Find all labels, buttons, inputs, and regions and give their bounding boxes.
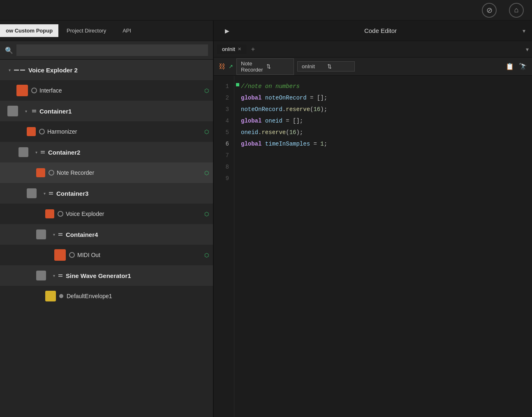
- search-input[interactable]: [16, 44, 208, 56]
- bookmark-icon[interactable]: 📋: [506, 63, 514, 70]
- tree-label: Container1: [39, 108, 209, 115]
- code-editor-title: Code Editor: [238, 27, 523, 34]
- tree-label: Container2: [48, 149, 209, 156]
- tree-item-note-recorder[interactable]: Note Recorder ⬡: [0, 162, 213, 183]
- top-bar: ⊘ ⌂: [0, 0, 532, 21]
- tree-label: Harmonizer: [47, 128, 203, 135]
- tree-label: Container3: [56, 190, 209, 197]
- play-button[interactable]: ▶: [220, 24, 234, 37]
- interface-color-box: [16, 85, 28, 96]
- external-link-icon[interactable]: ⬡: [204, 170, 209, 176]
- left-panel: ow Custom Popup Project Directory API 🔍 …: [0, 21, 214, 417]
- tree-label: Voice Exploder 2: [28, 67, 209, 74]
- circle-slash-icon[interactable]: ⊘: [482, 3, 497, 18]
- module-circle-icon: [69, 252, 75, 258]
- collapse-btn[interactable]: ▾: [40, 189, 49, 198]
- tree-item-container2[interactable]: ▾ Container2: [0, 142, 213, 162]
- line-number-7: 7: [226, 150, 229, 161]
- code-area: 1 2 3 4 5 6 7 8 9 //note on numbers glob…: [214, 76, 532, 417]
- link-icon: ⛓: [219, 63, 225, 70]
- module-circle-icon: [39, 129, 45, 134]
- collapse-btn[interactable]: ▾: [32, 148, 41, 157]
- tree-label: Sine Wave Generator1: [66, 272, 209, 279]
- tree-item-voice-exploder-2[interactable]: ▾ Voice Exploder 2: [0, 60, 213, 80]
- tree-label: Container4: [66, 231, 209, 238]
- module-selector-label: Note Recorder: [241, 60, 264, 73]
- code-line-3: noteOnRecord.reserve(16);: [241, 104, 525, 115]
- binoculars-icon[interactable]: 🔭: [519, 63, 527, 70]
- tab-onInit[interactable]: onInit ✕: [217, 44, 246, 54]
- code-line-9: [241, 173, 525, 184]
- event-selector-label: onInit: [302, 63, 325, 70]
- external-link-icon[interactable]: ⬡: [204, 129, 209, 135]
- line-number-2: 2: [226, 92, 229, 104]
- tree-item-container1[interactable]: ▾ Container1: [0, 101, 213, 121]
- external-link-icon[interactable]: ⬡: [204, 252, 209, 258]
- search-bar: 🔍: [0, 41, 213, 60]
- collapse-btn[interactable]: ▾: [49, 271, 58, 280]
- code-toolbar: ⛓ ↗ Note Recorder ⇅ onInit ⇅ 📋 🔭: [214, 58, 532, 76]
- project-directory-tab[interactable]: Project Directory: [58, 21, 114, 41]
- tree-label: Interface: [39, 87, 203, 94]
- line-numbers: 1 2 3 4 5 6 7 8 9: [214, 76, 234, 417]
- tabs-bar: onInit ✕ + ▾: [214, 41, 532, 58]
- tree-item-harmonizer[interactable]: Harmonizer ⬡: [0, 121, 213, 142]
- tree-item-voice-exploder[interactable]: Voice Exploder ⬡: [0, 204, 213, 224]
- custom-popup-tab[interactable]: ow Custom Popup: [0, 24, 58, 37]
- code-content[interactable]: //note on numbers global noteOnRecord = …: [234, 76, 532, 417]
- tree-label: Note Recorder: [57, 169, 203, 176]
- tree-label: Voice Exploder: [66, 211, 203, 217]
- home-icon[interactable]: ⌂: [509, 3, 524, 18]
- collapse-btn[interactable]: ▾: [21, 107, 30, 116]
- external-link-icon[interactable]: ↗: [229, 63, 233, 70]
- tree-item-default-envelope[interactable]: DefaultEnvelope1: [0, 286, 213, 306]
- container2-color-box: [19, 147, 28, 157]
- code-line-2: global noteOnRecord = [];: [241, 92, 525, 104]
- code-line-8: [241, 161, 525, 173]
- tree-area: ▾ Voice Exploder 2 Interface ⬡ ▾: [0, 60, 213, 417]
- tree-item-container3[interactable]: ▾ Container3: [0, 183, 213, 204]
- line-number-6: 6: [226, 138, 229, 150]
- tree-item-midi-out[interactable]: MIDI Out ⬡: [0, 245, 213, 265]
- external-link-icon[interactable]: ⬡: [204, 211, 209, 217]
- tab-close-icon[interactable]: ✕: [238, 46, 241, 52]
- voice-exploder-color-box: [45, 209, 54, 218]
- line-number-8: 8: [226, 161, 229, 173]
- line-number-5: 5: [226, 127, 229, 138]
- code-line-6: global timeInSamples = 1;: [241, 138, 525, 150]
- toolbar-right-icons: 📋 🔭: [506, 63, 527, 70]
- code-line-4: global oneid = [];: [241, 115, 525, 127]
- collapse-btn[interactable]: ▾: [5, 65, 14, 74]
- selector-arrows-icon: ⇅: [327, 63, 350, 70]
- tab-label: onInit: [222, 46, 235, 52]
- module-circle-icon: [58, 211, 63, 217]
- add-tab-button[interactable]: +: [248, 44, 258, 55]
- tab-scroll-icon[interactable]: ▾: [526, 46, 529, 53]
- module-circle-icon: [31, 88, 37, 93]
- code-line-5: oneid.reserve(16);: [241, 127, 525, 138]
- code-editor-header: ▶ Code Editor ▾: [214, 21, 532, 41]
- right-panel: ▶ Code Editor ▾ onInit ✕ + ▾ ⛓ ↗ Note Re…: [214, 21, 532, 417]
- tree-item-interface[interactable]: Interface ⬡: [0, 80, 213, 101]
- event-selector[interactable]: onInit ⇅: [297, 61, 355, 72]
- external-link-icon[interactable]: ⬡: [204, 88, 209, 94]
- line-number-1: 1: [226, 81, 229, 92]
- tree-item-sine-wave-gen[interactable]: ▾ Sine Wave Generator1: [0, 265, 213, 286]
- search-icon: 🔍: [5, 46, 13, 54]
- container3-color-box: [27, 188, 37, 198]
- collapse-btn[interactable]: ▾: [49, 230, 58, 239]
- tree-item-container4[interactable]: ▾ Container4: [0, 224, 213, 245]
- container4-color-box: [36, 229, 46, 239]
- tree-label: DefaultEnvelope1: [67, 293, 209, 299]
- module-circle-icon: [49, 170, 54, 176]
- scroll-down-icon[interactable]: ▾: [523, 28, 525, 34]
- sine-wave-color-box: [36, 271, 46, 280]
- module-dot-icon: [59, 294, 63, 298]
- code-line-7: [241, 150, 525, 161]
- left-header: ow Custom Popup Project Directory API: [0, 21, 213, 41]
- line-number-4: 4: [226, 115, 229, 127]
- selector-arrows-icon: ⇅: [266, 63, 289, 70]
- api-tab[interactable]: API: [114, 21, 139, 41]
- module-selector[interactable]: Note Recorder ⇅: [236, 58, 294, 75]
- line-indicator-dot: [236, 83, 239, 86]
